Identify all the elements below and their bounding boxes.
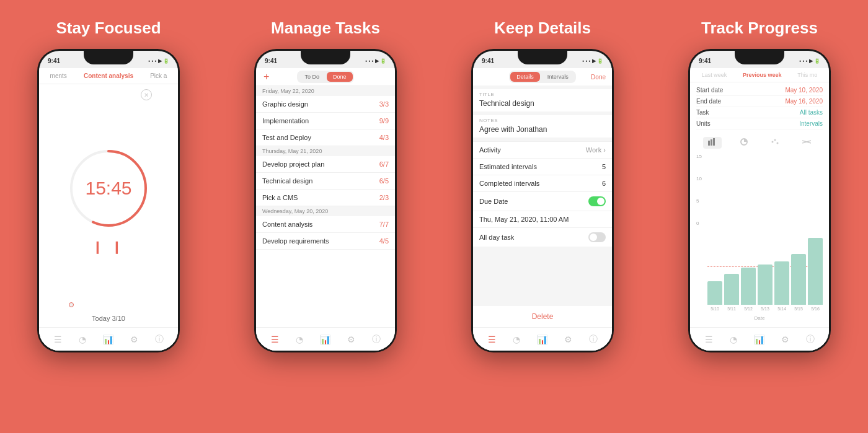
phone-frame-3: 9:41 ▪ ▪ ▪ ▶ 🔋 Details Intervals Done TI… bbox=[471, 49, 614, 352]
completed-row[interactable]: Completed intervals 6 bbox=[473, 175, 612, 191]
phone1-content: ments Content analysis Pick a ✕ 15:45 bbox=[39, 68, 178, 351]
last-week-tab[interactable]: Last week bbox=[699, 71, 730, 79]
task-row[interactable]: Test and Deploy 4/3 bbox=[256, 129, 395, 146]
nav-gear-icon[interactable]: ⚙ bbox=[781, 335, 789, 344]
task-count: 7/7 bbox=[379, 221, 389, 228]
task-count: 9/9 bbox=[379, 117, 389, 125]
task-row[interactable]: Pick a CMS 2/3 bbox=[256, 190, 395, 206]
nav-list-icon[interactable]: ☰ bbox=[271, 335, 279, 344]
activity-row[interactable]: Activity Work › bbox=[473, 141, 612, 158]
start-date-label: Start date bbox=[696, 87, 723, 94]
tab-pick[interactable]: Pick a bbox=[148, 71, 169, 81]
nav-info-icon[interactable]: ⓘ bbox=[589, 334, 598, 345]
lines-chart-tab[interactable] bbox=[797, 137, 816, 149]
this-month-tab[interactable]: This mo bbox=[795, 71, 820, 79]
phone3-content: Details Intervals Done TITLE Technical d… bbox=[473, 68, 612, 351]
units-value: Intervals bbox=[799, 120, 823, 127]
all-day-toggle[interactable] bbox=[588, 232, 606, 242]
previous-week-tab[interactable]: Previous week bbox=[740, 71, 784, 79]
details-seg-button[interactable]: Details bbox=[510, 72, 540, 82]
delete-button[interactable]: Delete bbox=[473, 306, 612, 327]
task-name: Technical design bbox=[262, 177, 312, 185]
due-date-value-row: Thu, May 21, 2020, 11:00 AM bbox=[473, 211, 612, 227]
nav-list-icon[interactable]: ☰ bbox=[488, 335, 496, 344]
y-label-0: 0 bbox=[696, 221, 699, 226]
status-icons-4: ▪ ▪ ▪ ▶ 🔋 bbox=[800, 58, 820, 64]
nav-gear-icon[interactable]: ⚙ bbox=[564, 335, 572, 344]
svg-point-7 bbox=[772, 141, 774, 143]
nav-info-icon[interactable]: ⓘ bbox=[155, 334, 164, 345]
task-row[interactable]: Develop requirements 4/5 bbox=[256, 233, 395, 250]
status-icons-2: ▪ ▪ ▪ ▶ 🔋 bbox=[366, 58, 386, 64]
pie-chart-tab[interactable] bbox=[735, 137, 753, 149]
nav-chart-icon[interactable]: 📊 bbox=[537, 335, 547, 344]
completed-label: Completed intervals bbox=[479, 180, 539, 187]
p4-tabs: Last week Previous week This mo bbox=[690, 68, 829, 82]
tab-content-analysis[interactable]: Content analysis bbox=[81, 71, 136, 81]
activity-label: Activity bbox=[479, 146, 501, 154]
svg-rect-3 bbox=[708, 141, 710, 146]
y-label-5: 5 bbox=[696, 198, 699, 204]
done-button[interactable]: Done bbox=[591, 74, 606, 81]
all-day-row[interactable]: All day task bbox=[473, 227, 612, 247]
chart-area: 15 10 5 0 5/10 bbox=[690, 154, 829, 327]
tab-requirements[interactable]: ments bbox=[48, 71, 69, 81]
chart-canvas: 15 10 5 0 5/10 bbox=[696, 154, 823, 323]
bar-label: 5/16 bbox=[811, 307, 820, 311]
bar-512: 5/12 bbox=[741, 268, 756, 311]
bar-515: 5/15 bbox=[791, 254, 806, 311]
task-row[interactable]: Implementation 9/9 bbox=[256, 113, 395, 129]
bar-511: 5/11 bbox=[724, 274, 739, 311]
task-row[interactable]: Graphic design 3/3 bbox=[256, 96, 395, 113]
add-task-button[interactable]: + bbox=[264, 71, 269, 82]
intervals-seg-button[interactable]: Intervals bbox=[541, 72, 575, 82]
bottom-nav-1: ☰ ◔ 📊 ⚙ ⓘ bbox=[39, 327, 178, 351]
due-date-toggle[interactable] bbox=[588, 196, 606, 206]
nav-gear-icon[interactable]: ⚙ bbox=[130, 335, 138, 344]
bar-label: 5/14 bbox=[777, 307, 786, 311]
date-header-fri: Friday, May 22, 2020 bbox=[256, 86, 395, 96]
done-seg-button[interactable]: Done bbox=[327, 72, 353, 82]
estimated-row[interactable]: Estimated intervals 5 bbox=[473, 158, 612, 175]
nav-list-icon[interactable]: ☰ bbox=[54, 335, 62, 344]
bar bbox=[774, 261, 789, 305]
bar bbox=[741, 268, 756, 305]
task-row: Task All tasks bbox=[696, 107, 823, 118]
todo-seg-button[interactable]: To Do bbox=[298, 72, 326, 82]
status-time-3: 9:41 bbox=[482, 58, 494, 64]
nav-clock-icon[interactable]: ◔ bbox=[730, 335, 737, 344]
task-row[interactable]: Develop project plan 6/7 bbox=[256, 156, 395, 173]
bar-516: 5/16 bbox=[808, 238, 823, 311]
task-count: 2/3 bbox=[379, 194, 389, 201]
pause-icon[interactable]: ❙ ❙ bbox=[92, 239, 125, 254]
notes-label: NOTES bbox=[473, 115, 612, 124]
task-row[interactable]: Content analysis 7/7 bbox=[256, 216, 395, 233]
date-header-wed: Wednesday, May 20, 2020 bbox=[256, 206, 395, 216]
nav-info-icon[interactable]: ⓘ bbox=[806, 334, 815, 345]
close-button[interactable]: ✕ bbox=[141, 89, 152, 100]
dots-chart-tab[interactable] bbox=[766, 137, 784, 149]
panel-4-title: Track Progress bbox=[701, 19, 818, 38]
bar-chart-tab[interactable] bbox=[703, 137, 722, 149]
status-time-2: 9:41 bbox=[265, 58, 277, 64]
task-value: All tasks bbox=[800, 109, 823, 116]
phone1-tabs: ments Content analysis Pick a bbox=[39, 68, 178, 84]
nav-chart-icon[interactable]: 📊 bbox=[320, 335, 330, 344]
bar bbox=[724, 274, 739, 305]
task-list: Friday, May 22, 2020 Graphic design 3/3 … bbox=[256, 86, 395, 327]
title-label: TITLE bbox=[473, 89, 612, 98]
nav-gear-icon[interactable]: ⚙ bbox=[347, 335, 355, 344]
nav-clock-icon[interactable]: ◔ bbox=[296, 335, 303, 344]
nav-info-icon[interactable]: ⓘ bbox=[372, 334, 381, 345]
nav-chart-icon[interactable]: 📊 bbox=[103, 335, 113, 344]
due-date-row[interactable]: Due Date bbox=[473, 191, 612, 211]
status-time-4: 9:41 bbox=[699, 58, 711, 64]
nav-clock-icon[interactable]: ◔ bbox=[79, 335, 86, 344]
task-row[interactable]: Technical design 6/5 bbox=[256, 173, 395, 190]
nav-list-icon[interactable]: ☰ bbox=[705, 335, 713, 344]
nav-clock-icon[interactable]: ◔ bbox=[513, 335, 520, 344]
phone-inner-1: 9:41 ▪ ▪ ▪ ▶ 🔋 ments Content analysis Pi… bbox=[39, 51, 178, 351]
estimated-value: 5 bbox=[602, 163, 606, 170]
bar-label: 5/11 bbox=[727, 307, 736, 311]
nav-chart-icon[interactable]: 📊 bbox=[754, 335, 764, 344]
